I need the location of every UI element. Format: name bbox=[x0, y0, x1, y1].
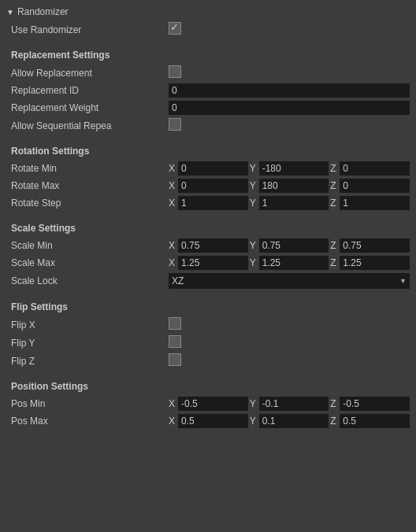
scale-max-y-input[interactable] bbox=[259, 256, 329, 270]
pos-min-z-input[interactable] bbox=[340, 397, 410, 411]
scale-min-row: Scale Min X Y Z bbox=[0, 237, 416, 254]
allow-sequential-repeat-value bbox=[169, 118, 410, 133]
flip-x-row: Flip X bbox=[0, 316, 416, 334]
rotate-step-row: Rotate Step X Y Z bbox=[0, 194, 416, 212]
rotate-max-fields: X Y Z bbox=[169, 179, 410, 193]
scale-max-z-input[interactable] bbox=[340, 256, 410, 270]
rotate-step-z-field: Z bbox=[330, 196, 410, 210]
pos-max-z-axis: Z bbox=[330, 416, 338, 427]
pos-min-fields: X Y Z bbox=[169, 397, 410, 411]
flip-x-label: Flip X bbox=[11, 320, 169, 331]
rotate-step-fields: X Y Z bbox=[169, 196, 410, 210]
rotate-min-label: Rotate Min bbox=[11, 163, 169, 174]
rotate-min-row: Rotate Min X Y Z bbox=[0, 160, 416, 177]
scale-settings-title: Scale Settings bbox=[0, 218, 416, 237]
scale-min-fields: X Y Z bbox=[169, 238, 410, 253]
use-randomizer-value bbox=[169, 22, 410, 37]
rotate-step-y-input[interactable] bbox=[259, 196, 329, 210]
rotate-max-z-input[interactable] bbox=[340, 179, 410, 193]
rotate-min-y-axis: Y bbox=[250, 163, 258, 174]
rotate-min-z-axis: Z bbox=[330, 163, 338, 174]
rotate-max-y-input[interactable] bbox=[259, 179, 329, 193]
rotate-step-label: Rotate Step bbox=[11, 198, 169, 209]
rotate-step-x-field: X bbox=[169, 196, 248, 210]
scale-max-y-field: Y bbox=[250, 256, 329, 270]
scale-min-y-field: Y bbox=[250, 238, 329, 253]
scale-min-y-input[interactable] bbox=[259, 238, 329, 253]
pos-max-fields: X Y Z bbox=[169, 414, 410, 428]
scale-max-x-input[interactable] bbox=[178, 256, 248, 270]
pos-max-x-input[interactable] bbox=[178, 414, 248, 428]
rotate-min-y-field: Y bbox=[250, 161, 329, 175]
pos-min-y-axis: Y bbox=[250, 398, 258, 409]
rotate-max-x-axis: X bbox=[169, 180, 176, 191]
pos-max-z-input[interactable] bbox=[340, 414, 410, 428]
replacement-weight-input[interactable] bbox=[169, 101, 410, 115]
replacement-weight-row: Replacement Weight bbox=[0, 99, 416, 116]
allow-sequential-repeat-checkbox[interactable] bbox=[169, 118, 181, 131]
rotate-step-z-input[interactable] bbox=[340, 196, 410, 210]
rotate-min-x-axis: X bbox=[169, 163, 176, 174]
pos-max-x-field: X bbox=[169, 414, 248, 428]
rotate-max-y-field: Y bbox=[250, 179, 329, 193]
allow-replacement-label: Allow Replacement bbox=[11, 68, 169, 79]
scale-max-fields: X Y Z bbox=[169, 256, 410, 270]
use-randomizer-checkbox[interactable] bbox=[169, 22, 181, 35]
pos-max-y-axis: Y bbox=[250, 416, 258, 427]
pos-max-y-field: Y bbox=[250, 414, 329, 428]
scale-max-z-axis: Z bbox=[330, 257, 338, 268]
rotate-min-z-field: Z bbox=[330, 161, 410, 175]
flip-x-checkbox[interactable] bbox=[169, 317, 181, 330]
scale-min-x-field: X bbox=[169, 238, 248, 253]
flip-z-checkbox[interactable] bbox=[169, 353, 181, 366]
rotate-max-x-input[interactable] bbox=[178, 179, 248, 193]
scale-max-row: Scale Max X Y Z bbox=[0, 254, 416, 272]
scale-lock-select[interactable]: None XZ XY YZ XYZ bbox=[169, 273, 410, 289]
flip-y-checkbox[interactable] bbox=[169, 335, 181, 348]
pos-min-y-input[interactable] bbox=[259, 397, 329, 411]
rotate-step-y-field: Y bbox=[250, 196, 329, 210]
scale-min-x-axis: X bbox=[169, 240, 176, 251]
rotate-min-x-input[interactable] bbox=[178, 161, 248, 175]
scale-max-x-axis: X bbox=[169, 257, 176, 268]
replacement-id-label: Replacement ID bbox=[11, 85, 169, 96]
pos-min-x-axis: X bbox=[169, 398, 176, 409]
pos-min-z-field: Z bbox=[330, 397, 410, 411]
scale-min-x-input[interactable] bbox=[178, 238, 248, 253]
flip-y-row: Flip Y bbox=[0, 334, 416, 352]
rotate-min-y-input[interactable] bbox=[259, 161, 329, 175]
pos-min-label: Pos Min bbox=[11, 398, 169, 409]
flip-y-label: Flip Y bbox=[11, 338, 169, 349]
scale-min-label: Scale Min bbox=[11, 240, 169, 251]
rotation-settings-title: Rotation Settings bbox=[0, 141, 416, 160]
randomizer-arrow: ▼ bbox=[6, 8, 14, 17]
scale-lock-wrapper: None XZ XY YZ XYZ bbox=[169, 273, 410, 289]
allow-replacement-checkbox[interactable] bbox=[169, 65, 181, 78]
replacement-weight-value bbox=[169, 101, 410, 115]
pos-max-y-input[interactable] bbox=[259, 414, 329, 428]
randomizer-panel: ▼ Randomizer Use Randomizer Replacement … bbox=[0, 0, 416, 433]
rotate-max-x-field: X bbox=[169, 179, 248, 193]
scale-max-label: Scale Max bbox=[11, 257, 169, 268]
randomizer-header[interactable]: ▼ Randomizer bbox=[0, 3, 416, 20]
scale-max-x-field: X bbox=[169, 256, 248, 270]
pos-min-row: Pos Min X Y Z bbox=[0, 395, 416, 412]
flip-x-value bbox=[169, 317, 410, 332]
rotate-max-z-axis: Z bbox=[330, 180, 338, 191]
rotate-step-z-axis: Z bbox=[330, 198, 338, 209]
rotate-min-z-input[interactable] bbox=[340, 161, 410, 175]
pos-max-z-field: Z bbox=[330, 414, 410, 428]
flip-z-label: Flip Z bbox=[11, 356, 169, 367]
scale-lock-label: Scale Lock bbox=[11, 275, 169, 286]
replacement-id-input[interactable] bbox=[169, 83, 410, 98]
pos-min-y-field: Y bbox=[250, 397, 329, 411]
rotate-max-y-axis: Y bbox=[250, 180, 258, 191]
rotate-step-y-axis: Y bbox=[250, 198, 258, 209]
rotate-step-x-input[interactable] bbox=[178, 196, 248, 210]
pos-max-x-axis: X bbox=[169, 416, 176, 427]
pos-max-label: Pos Max bbox=[11, 416, 169, 427]
allow-sequential-repeat-row: Allow Sequential Repea bbox=[0, 116, 416, 135]
rotate-max-label: Rotate Max bbox=[11, 180, 169, 191]
pos-min-x-input[interactable] bbox=[178, 397, 248, 411]
scale-min-z-input[interactable] bbox=[340, 238, 410, 253]
